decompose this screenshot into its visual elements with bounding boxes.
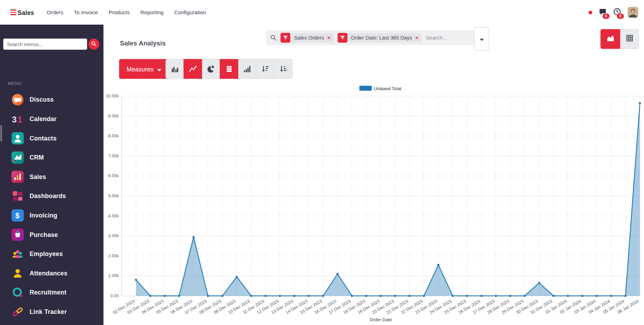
user-avatar[interactable] — [628, 7, 638, 18]
search-input[interactable] — [425, 34, 470, 41]
facet-remove-icon[interactable]: × — [327, 35, 331, 40]
svg-text:0.00: 0.00 — [110, 293, 119, 298]
search-icon — [91, 41, 97, 48]
sidebar-item-purchase[interactable]: Purchase — [0, 225, 103, 244]
activities-badge: 8 — [617, 13, 624, 18]
topbar: Sales OrdersTo InvoiceProductsReportingC… — [0, 0, 644, 25]
graph-view-button[interactable] — [601, 29, 621, 49]
sidebar-item-discuss[interactable]: Discuss — [0, 90, 103, 109]
facet-label: Order Date: Last 365 Days — [351, 35, 412, 41]
sidebar-item-contacts[interactable]: Contacts — [0, 128, 103, 148]
cumulative-icon — [243, 65, 251, 72]
invoicing-app-icon: $ — [11, 209, 24, 221]
link-tracker-app-icon — [11, 306, 24, 318]
sort-asc-button[interactable] — [274, 59, 292, 79]
sidebar-search-input[interactable] — [3, 39, 87, 50]
chevron-down-icon — [479, 35, 484, 43]
svg-text:2.00k: 2.00k — [108, 254, 119, 258]
sidebar-item-crm[interactable]: CRM — [0, 148, 103, 167]
line-chart-icon — [189, 65, 196, 72]
sidebar-item-label: Contacts — [30, 135, 57, 142]
svg-text:9.00k: 9.00k — [108, 114, 119, 119]
bar-chart-button[interactable] — [166, 59, 184, 79]
sidebar-item-calendar[interactable]: 31Calendar — [0, 109, 103, 129]
stacked-button[interactable] — [220, 59, 238, 79]
sidebar-item-dashboards[interactable]: Dashboards — [0, 186, 103, 206]
dashboards-app-icon — [11, 190, 24, 202]
topnav-configuration[interactable]: Configuration — [169, 6, 211, 19]
sidebar-item-label: Link Tracker — [30, 308, 67, 315]
facet-chip[interactable]: Sales Orders× — [291, 33, 333, 42]
sidebar-item-invoicing[interactable]: $Invoicing — [0, 206, 103, 225]
facet-label: Sales Orders — [294, 35, 324, 41]
line-chart-button[interactable] — [184, 59, 202, 79]
topbar-right: 6 8 — [588, 0, 638, 25]
sidebar-section-label: MENU — [8, 81, 103, 86]
sidebar-item-employees[interactable]: Employees — [0, 244, 103, 264]
svg-text:8.00k: 8.00k — [108, 134, 119, 138]
topnav-orders[interactable]: Orders — [42, 6, 69, 19]
svg-text:6.00k: 6.00k — [108, 173, 119, 178]
hamburger-icon — [10, 9, 17, 15]
measures-button[interactable]: Measures — [119, 59, 169, 79]
svg-text:Untaxed Total: Untaxed Total — [374, 86, 401, 91]
svg-text:$: $ — [15, 212, 19, 220]
sidebar-item-partial[interactable] — [0, 321, 103, 325]
sidebar-item-label: Sales — [30, 173, 46, 180]
sidebar-item-sales[interactable]: Sales — [0, 167, 103, 186]
search-facet-0: Sales Orders× — [281, 33, 333, 42]
sidebar-item-recruitment[interactable]: Recruitment — [0, 283, 103, 302]
sidebar-item-label: Attendances — [30, 270, 67, 276]
search-options-toggle[interactable] — [474, 27, 489, 51]
search-facet-1: Order Date: Last 365 Days× — [337, 33, 421, 42]
svg-text:4.00k: 4.00k — [108, 214, 119, 219]
sidebar-scrollbar[interactable] — [0, 125, 2, 142]
crm-app-icon — [11, 151, 24, 163]
sidebar-search-button[interactable] — [88, 39, 99, 50]
sidebar-item-label: Employees — [30, 250, 63, 257]
pie-chart-button[interactable] — [202, 59, 220, 79]
sidebar-item-label: Dashboards — [30, 193, 66, 199]
sort-desc-button[interactable] — [256, 59, 274, 79]
page-title: Sales Analysis — [120, 40, 166, 47]
attendances-app-icon — [11, 267, 24, 279]
sales-app-icon — [11, 171, 24, 183]
search-icon — [270, 34, 277, 41]
topnav-to-invoice[interactable]: To Invoice — [68, 6, 103, 19]
discuss-app-icon — [11, 93, 24, 105]
facet-chip[interactable]: Order Date: Last 365 Days× — [348, 33, 421, 42]
recruitment-app-icon — [11, 286, 24, 298]
svg-text:Order Date: Order Date — [370, 317, 392, 322]
topnav-products[interactable]: Products — [103, 6, 135, 19]
activities-button[interactable]: 8 — [613, 8, 621, 17]
pivot-view-button[interactable] — [620, 29, 638, 49]
shell: MENU Discuss31CalendarContactsCRMSalesDa… — [0, 25, 644, 325]
sidebar-item-link-tracker[interactable]: Link Tracker — [0, 302, 103, 322]
purchase-app-icon — [11, 228, 24, 240]
filter-icon — [337, 33, 347, 42]
messages-button[interactable]: 6 — [599, 8, 607, 17]
top-navigation: OrdersTo InvoiceProductsReportingConfigu… — [42, 6, 211, 19]
main-content: Sales Analysis Sales Orders×Order Date: … — [103, 25, 644, 325]
caret-down-icon — [157, 66, 161, 72]
apps-menu-toggle[interactable]: Sales — [10, 9, 34, 16]
pivot-grid-icon — [626, 34, 633, 43]
facet-list: Sales Orders×Order Date: Last 365 Days× — [281, 33, 421, 42]
svg-text:7.00k: 7.00k — [108, 154, 119, 159]
sidebar-app-list: Discuss31CalendarContactsCRMSalesDashboa… — [0, 90, 103, 325]
sidebar: MENU Discuss31CalendarContactsCRMSalesDa… — [0, 25, 103, 325]
sidebar-item-label: Purchase — [30, 231, 58, 238]
app-brand: Sales — [18, 9, 34, 16]
filter-icon — [281, 33, 290, 42]
sidebar-item-label: Invoicing — [30, 212, 57, 219]
sidebar-item-attendances[interactable]: Attendances — [0, 264, 103, 283]
svg-text:1.00k: 1.00k — [108, 273, 119, 278]
cumulative-button[interactable] — [238, 59, 256, 79]
sales-analysis-chart[interactable]: 0.001.00k2.00k3.00k4.00k5.00k6.00k7.00k8… — [103, 80, 644, 325]
facet-remove-icon[interactable]: × — [415, 35, 418, 40]
topnav-reporting[interactable]: Reporting — [135, 6, 169, 19]
sort-asc-icon — [279, 65, 287, 72]
pie-chart-icon — [207, 65, 215, 72]
sort-desc-icon — [261, 65, 269, 72]
employees-app-icon — [11, 248, 24, 260]
